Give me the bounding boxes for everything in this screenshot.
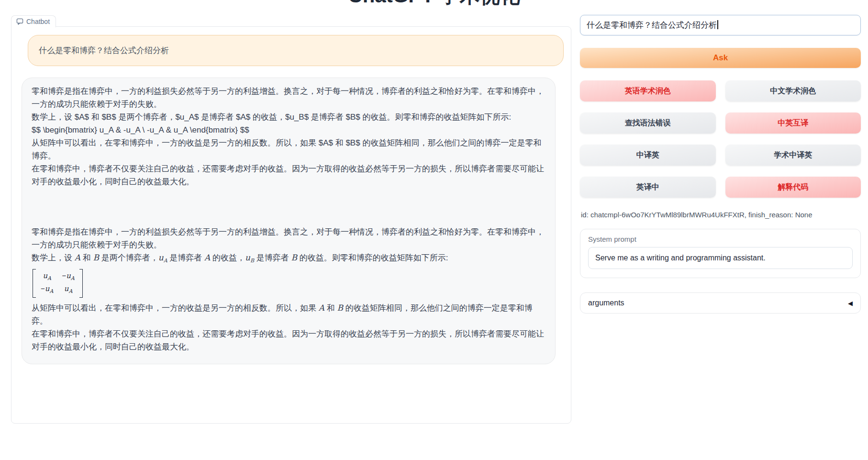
message-list: 什么是零和博弈？结合公式介绍分析 零和博弈是指在博弈中，一方的利益损失必然等于另… <box>11 27 571 372</box>
matrix-left-bracket <box>33 269 36 298</box>
control-column: 什么是零和博弈？结合公式介绍分析 Ask 英语学术润色 中文学术润色 查找语法错… <box>580 15 861 314</box>
matrix-cell: uA <box>43 270 51 283</box>
arguments-accordion[interactable]: arguments ◀ <box>580 292 861 314</box>
collapse-arrow-icon: ◀ <box>848 300 853 307</box>
btn-zh-en-mutual-translate[interactable]: 中英互译 <box>725 112 861 134</box>
chatbot-label-text: Chatbot <box>26 18 50 25</box>
math-var: u <box>158 253 164 262</box>
system-prompt-input[interactable]: Serve me as a writing and programming as… <box>588 247 853 269</box>
math-var: A <box>204 253 210 262</box>
math-var: B <box>291 253 298 262</box>
math-var: u <box>245 253 250 262</box>
bot-raw-markdown: 零和博弈是指在博弈中，一方的利益损失必然等于另一方的利益增益。换言之，对于每一种… <box>32 85 545 188</box>
btn-zh-to-en[interactable]: 中译英 <box>580 145 716 166</box>
math-var: B <box>337 303 343 313</box>
matrix-cell: −uA <box>41 283 53 296</box>
system-prompt-label: System prompt <box>588 235 853 243</box>
matrix-right-bracket <box>79 269 83 298</box>
bot-rendered-line: 在零和博弈中，博弈者不仅要关注自己的收益，还需要考虑对手的收益。因为一方取得的收… <box>32 327 545 353</box>
bot-raw-line: 零和博弈是指在博弈中，一方的利益损失必然等于另一方的利益增益。换言之，对于每一种… <box>32 85 545 111</box>
chatbot-panel: Chatbot 什么是零和博弈？结合公式介绍分析 零和博弈是指在博弈中，一方的利… <box>11 26 571 424</box>
bot-rendered-markdown: 零和博弈是指在博弈中，一方的利益损失必然等于另一方的利益增益。换言之，对于每一种… <box>32 225 545 353</box>
query-input-value: 什么是零和博弈？结合公式介绍分析 <box>587 21 717 30</box>
btn-chinese-academic-polish[interactable]: 中文学术润色 <box>725 80 861 101</box>
math-subscript: B <box>250 258 254 264</box>
bot-rendered-line: 零和博弈是指在博弈中，一方的利益损失必然等于另一方的利益增益。换言之，对于每一种… <box>32 225 545 251</box>
bot-raw-latex-line: $$ \begin{bmatrix} u_A & -u_A \ -u_A & u… <box>32 123 545 136</box>
system-prompt-box: System prompt Serve me as a writing and … <box>580 229 861 278</box>
function-button-grid: 英语学术润色 中文学术润色 查找语法错误 中英互译 中译英 学术中译英 英译中 … <box>580 80 861 198</box>
math-subscript: A <box>164 258 167 264</box>
bot-message: 零和博弈是指在博弈中，一方的利益损失必然等于另一方的利益增益。换言之，对于每一种… <box>22 78 556 364</box>
chatbot-label: Chatbot <box>11 15 56 27</box>
bot-raw-line: 在零和博弈中，博弈者不仅要关注自己的收益，还需要考虑对手的收益。因为一方取得的收… <box>32 162 545 188</box>
user-message: 什么是零和博弈？结合公式介绍分析 <box>28 35 564 66</box>
payoff-matrix: uA −uA −uA uA <box>33 269 83 298</box>
main-layout: Chatbot 什么是零和博弈？结合公式介绍分析 零和博弈是指在博弈中，一方的利… <box>0 0 868 424</box>
bot-raw-line: 从矩阵中可以看出，在零和博弈中，一方的收益是另一方的相反数。所以，如果 $A$ … <box>32 136 545 162</box>
matrix-cell: uA <box>64 283 73 296</box>
btn-explain-code[interactable]: 解释代码 <box>725 177 861 198</box>
query-input[interactable]: 什么是零和博弈？结合公式介绍分析 <box>580 15 861 35</box>
matrix-cell: −uA <box>62 270 74 283</box>
chat-bubble-icon <box>16 18 23 25</box>
math-var: A <box>75 253 80 262</box>
ask-button[interactable]: Ask <box>580 48 861 68</box>
bot-raw-line: 数学上，设 $A$ 和 $B$ 是两个博弈者，$u_A$ 是博弈者 $A$ 的收… <box>32 111 545 123</box>
chatbot-column: Chatbot 什么是零和博弈？结合公式介绍分析 零和博弈是指在博弈中，一方的利… <box>11 15 571 424</box>
btn-english-academic-polish[interactable]: 英语学术润色 <box>580 80 716 101</box>
text-cursor <box>717 20 718 29</box>
btn-academic-zh-to-en[interactable]: 学术中译英 <box>725 145 861 166</box>
status-text: id: chatcmpl-6wOo7KrYTwMl89lbrMWRu4UkFFX… <box>581 210 861 220</box>
bot-rendered-line: 数学上，设 A 和 B 是两个博弈者，uA 是博弈者 A 的收益，uB 是博弈者… <box>32 251 545 267</box>
btn-en-to-zh[interactable]: 英译中 <box>580 177 716 198</box>
math-var: B <box>93 253 99 262</box>
bot-rendered-line: 从矩阵中可以看出，在零和博弈中，一方的收益是另一方的相反数。所以，如果 A 和 … <box>32 302 545 327</box>
arguments-accordion-label: arguments <box>588 299 624 307</box>
math-var: A <box>319 303 324 313</box>
user-message-text: 什么是零和博弈？结合公式介绍分析 <box>39 46 169 55</box>
btn-find-grammar-errors[interactable]: 查找语法错误 <box>580 112 716 134</box>
